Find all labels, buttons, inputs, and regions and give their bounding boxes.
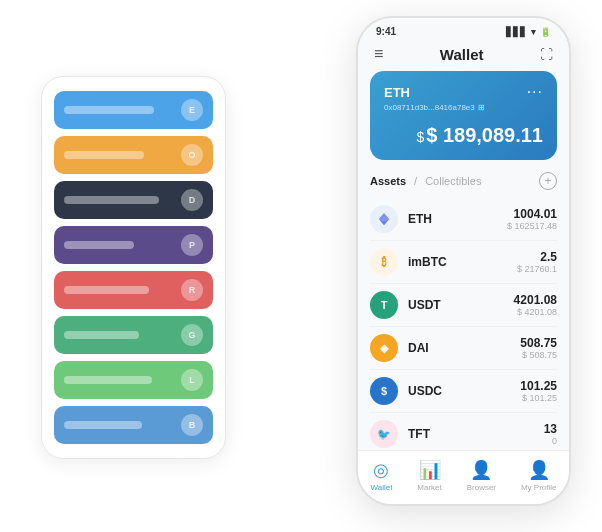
imbtc-values: 2.5 $ 21760.1 <box>517 250 557 274</box>
list-item[interactable]: D <box>54 181 213 219</box>
usdt-values: 4201.08 $ 4201.08 <box>514 293 557 317</box>
nav-browser[interactable]: 👤 Browser <box>467 459 496 492</box>
eth-card-menu[interactable]: ··· <box>527 83 543 101</box>
wallet-icon: ◎ <box>373 459 389 481</box>
asset-list: ETH 1004.01 $ 162517.48 ₿ imBTC 2.5 $ 21… <box>370 198 557 450</box>
profile-icon: 👤 <box>528 459 550 481</box>
dai-amount: 508.75 <box>520 336 557 350</box>
eth-card-name: ETH <box>384 85 410 100</box>
scene: E O D P R G L B <box>21 16 581 516</box>
status-icons: ▋▋▋ ▾ 🔋 <box>506 27 551 37</box>
status-time: 9:41 <box>376 26 396 37</box>
list-item[interactable]: L <box>54 361 213 399</box>
browser-icon: 👤 <box>470 459 492 481</box>
card-stack: E O D P R G L B <box>41 76 226 459</box>
tab-collectibles[interactable]: Collectibles <box>425 175 481 187</box>
nav-wallet-label: Wallet <box>370 483 392 492</box>
assets-header: Assets / Collectibles + <box>370 172 557 190</box>
usdc-token-icon: $ <box>370 377 398 405</box>
phone-header: ≡ Wallet ⛶ <box>358 41 569 71</box>
assets-tabs: Assets / Collectibles <box>370 175 481 187</box>
asset-row-usdt[interactable]: T USDT 4201.08 $ 4201.08 <box>370 284 557 327</box>
menu-icon[interactable]: ≡ <box>374 45 383 63</box>
usdc-token-name: USDC <box>408 384 520 398</box>
dai-usd: $ 508.75 <box>520 350 557 360</box>
nav-profile[interactable]: 👤 My Profile <box>521 459 557 492</box>
phone-body: ETH ··· 0x08711d3b...8416a78e3 ⊞ $$ 189,… <box>358 71 569 450</box>
copy-icon[interactable]: ⊞ <box>478 103 485 112</box>
tab-assets[interactable]: Assets <box>370 175 406 187</box>
list-item[interactable]: B <box>54 406 213 444</box>
dai-values: 508.75 $ 508.75 <box>520 336 557 360</box>
asset-row-usdc[interactable]: $ USDC 101.25 $ 101.25 <box>370 370 557 413</box>
imbtc-token-icon: ₿ <box>370 248 398 276</box>
phone: 9:41 ▋▋▋ ▾ 🔋 ≡ Wallet ⛶ ETH ··· 0x08711 <box>356 16 571 506</box>
asset-row-tft[interactable]: 🐦 TFT 13 0 <box>370 413 557 450</box>
dai-token-name: DAI <box>408 341 520 355</box>
eth-amount: 1004.01 <box>507 207 557 221</box>
usdt-amount: 4201.08 <box>514 293 557 307</box>
list-item[interactable]: R <box>54 271 213 309</box>
asset-row-eth[interactable]: ETH 1004.01 $ 162517.48 <box>370 198 557 241</box>
signal-icon: ▋▋▋ <box>506 27 527 37</box>
imbtc-amount: 2.5 <box>517 250 557 264</box>
eth-card-address: 0x08711d3b...8416a78e3 ⊞ <box>384 103 543 112</box>
usdt-token-name: USDT <box>408 298 514 312</box>
asset-row-dai[interactable]: ◈ DAI 508.75 $ 508.75 <box>370 327 557 370</box>
usdt-token-icon: T <box>370 291 398 319</box>
tft-amount: 13 <box>544 422 557 436</box>
tft-usd: 0 <box>544 436 557 446</box>
add-asset-button[interactable]: + <box>539 172 557 190</box>
nav-browser-label: Browser <box>467 483 496 492</box>
list-item[interactable]: E <box>54 91 213 129</box>
tft-token-name: TFT <box>408 427 544 441</box>
eth-card-header: ETH ··· <box>384 83 543 101</box>
imbtc-token-name: imBTC <box>408 255 517 269</box>
list-item[interactable]: G <box>54 316 213 354</box>
nav-market-label: Market <box>417 483 441 492</box>
list-item[interactable]: O <box>54 136 213 174</box>
eth-usd: $ 162517.48 <box>507 221 557 231</box>
eth-card[interactable]: ETH ··· 0x08711d3b...8416a78e3 ⊞ $$ 189,… <box>370 71 557 160</box>
asset-row-imbtc[interactable]: ₿ imBTC 2.5 $ 21760.1 <box>370 241 557 284</box>
nav-wallet[interactable]: ◎ Wallet <box>370 459 392 492</box>
usdc-values: 101.25 $ 101.25 <box>520 379 557 403</box>
usdc-usd: $ 101.25 <box>520 393 557 403</box>
imbtc-usd: $ 21760.1 <box>517 264 557 274</box>
market-icon: 📊 <box>419 459 441 481</box>
eth-card-balance: $$ 189,089.11 <box>384 122 543 148</box>
nav-profile-label: My Profile <box>521 483 557 492</box>
expand-icon[interactable]: ⛶ <box>540 47 553 62</box>
bottom-nav: ◎ Wallet 📊 Market 👤 Browser 👤 My Profile <box>358 450 569 504</box>
eth-token-icon <box>370 205 398 233</box>
dai-token-icon: ◈ <box>370 334 398 362</box>
nav-market[interactable]: 📊 Market <box>417 459 441 492</box>
eth-values: 1004.01 $ 162517.48 <box>507 207 557 231</box>
tft-values: 13 0 <box>544 422 557 446</box>
dollar-sign: $ <box>416 129 424 145</box>
tft-token-icon: 🐦 <box>370 420 398 448</box>
eth-token-name: ETH <box>408 212 507 226</box>
usdc-amount: 101.25 <box>520 379 557 393</box>
tab-divider: / <box>414 175 417 187</box>
list-item[interactable]: P <box>54 226 213 264</box>
wifi-icon: ▾ <box>531 27 536 37</box>
status-bar: 9:41 ▋▋▋ ▾ 🔋 <box>358 18 569 41</box>
battery-icon: 🔋 <box>540 27 551 37</box>
usdt-usd: $ 4201.08 <box>514 307 557 317</box>
page-title: Wallet <box>383 46 540 63</box>
